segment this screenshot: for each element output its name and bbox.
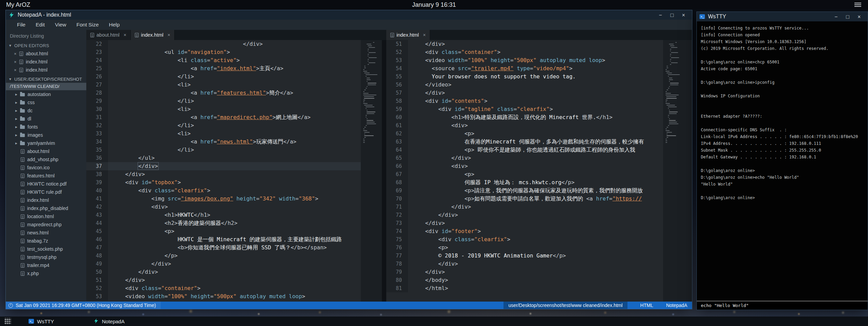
tree-file[interactable]: testmysql.php [6, 253, 86, 261]
minimize-button[interactable]: − [830, 12, 842, 21]
code-text[interactable]: </div> [408, 260, 663, 268]
minimap-right[interactable] [663, 40, 692, 302]
code-line-38[interactable]: 38 </div> [86, 170, 361, 178]
code-line-29[interactable]: 29 </li> [86, 97, 361, 105]
menu-file[interactable]: File [12, 20, 31, 30]
code-line-37[interactable]: 37 </div> [86, 162, 361, 170]
code-line-34[interactable]: 34 <a href="news.html">玩家傳送門</a> [86, 138, 361, 146]
code-text[interactable]: <h1>特別為建築及鐵路而設，現代化的 Minecraft 世界.</h1> [408, 113, 663, 121]
code-line-53[interactable]: 53 <video width="100%" height="500px" au… [386, 56, 663, 64]
code-line-74[interactable]: 74 <div id="footer"> [386, 227, 663, 235]
tree-file[interactable]: index.php_disabled [6, 204, 86, 212]
menu-font-size[interactable]: Font Size [71, 20, 104, 30]
code-line-32[interactable]: 32 </li> [86, 121, 361, 130]
code-line-60[interactable]: 60 <h1>特別為建築及鐵路而設，現代化的 Minecraft 世界.</h1… [386, 113, 663, 121]
maximize-button[interactable]: □ [666, 11, 678, 20]
code-line-56[interactable]: 56 </video> [386, 81, 663, 89]
code-text[interactable]: <a href="features.html">簡介</a> [108, 89, 361, 97]
taskbar-app-notepada[interactable]: NotepadA [90, 317, 128, 326]
tree-folder[interactable]: ▸dc [6, 107, 86, 115]
code-text[interactable]: </li> [108, 97, 361, 105]
editor-pane-left[interactable]: 22 </div>23 <ul id="navigation">24 <li c… [86, 40, 361, 302]
code-line-65[interactable]: 65 </div> [386, 154, 663, 162]
tab-index.html[interactable]: index.html× [131, 30, 175, 40]
code-line-43[interactable]: 43 <h1>HKWTC</h1> [86, 211, 361, 219]
terminal-output[interactable]: [info] Conencting to arozos WsTTY servic… [697, 21, 868, 301]
code-line-51[interactable]: 51 </div> [386, 40, 663, 48]
system-brand[interactable]: My ArOZ [6, 1, 30, 8]
code-line-36[interactable]: 36 </ul> [86, 154, 361, 162]
tab-index.html[interactable]: index.html× [386, 30, 430, 40]
code-line-66[interactable]: 66 <div> [386, 162, 663, 170]
code-text[interactable]: </div> [108, 268, 361, 276]
code-text[interactable]: </div> [108, 40, 361, 48]
code-line-70[interactable]: 70 <p>如有問題或需要申請白名單，歡迎加入我們的 <a href="http… [386, 195, 663, 203]
code-text[interactable]: </ul> [108, 154, 361, 162]
code-text[interactable]: <li> [108, 81, 361, 89]
code-line-22[interactable]: 22 </div> [86, 40, 361, 48]
code-text[interactable]: </video> [408, 81, 663, 89]
code-line-41[interactable]: 41 <img src="images/box.png" height="342… [86, 195, 361, 203]
code-line-28[interactable]: 28 <a href="features.html">簡介</a> [86, 89, 361, 97]
code-text[interactable]: </div> [408, 211, 663, 219]
code-text[interactable]: <p> [408, 244, 663, 252]
code-text[interactable]: <li> [108, 130, 361, 138]
code-text[interactable]: </body> [408, 276, 663, 284]
notepada-titlebar[interactable]: NotepadA - index.html − □ × [6, 10, 692, 20]
code-text[interactable]: <img src="images/box.png" height="342" w… [108, 195, 361, 203]
start-menu-icon[interactable] [4, 318, 11, 325]
tree-folder[interactable]: ▸yamlyamlvim [6, 139, 86, 147]
code-text[interactable]: <div id="contents"> [408, 97, 663, 105]
menu-help[interactable]: Help [104, 20, 125, 30]
tab-about.html[interactable]: about.html× [86, 30, 131, 40]
tree-file[interactable]: favicon.ico [6, 164, 86, 172]
tree-file[interactable]: HKWTC notice.pdf [6, 180, 86, 188]
code-text[interactable]: </div> [408, 154, 663, 162]
tree-folder[interactable]: ▸autostation [6, 90, 86, 98]
tree-file[interactable]: HKWTC rule.pdf [6, 188, 86, 196]
taskbar-app-wstty[interactable]: >_WsTTY [25, 317, 57, 326]
code-line-64[interactable]: 64 <p> 即使你不是建築師，你也能透過紅石師或鐵路工程師的身份加入我 [386, 146, 663, 154]
code-line-58[interactable]: 58 <div id="contents"> [386, 97, 663, 105]
code-text[interactable]: <video width="100%" height="500px" autop… [408, 56, 663, 64]
code-text[interactable]: <div> [408, 121, 663, 130]
code-text[interactable]: Your browser does not support the video … [408, 73, 663, 81]
code-line-33[interactable]: 33 <li> [86, 130, 361, 138]
tree-file[interactable]: location.html [6, 212, 86, 220]
code-line-72[interactable]: 72 </div> [386, 211, 663, 219]
minimap-left[interactable] [361, 40, 382, 302]
code-text[interactable]: HKWTC 是一個 Minecraft 的建築伺服器，主要建築計劃包括鐵路 [108, 235, 361, 244]
code-line-42[interactable]: 42 <div> [86, 203, 361, 211]
menu-view[interactable]: View [50, 20, 71, 30]
code-text[interactable]: <b>你知道我們全球伺服器已轉用 SSD 了嗎？</b></span> [108, 244, 361, 252]
tab-close-icon[interactable]: × [423, 32, 426, 38]
code-text[interactable]: </div> [408, 89, 663, 97]
tree-folder[interactable]: ▸fonts [6, 123, 86, 131]
code-line-57[interactable]: 57 </div> [386, 89, 663, 97]
code-text[interactable]: <div> [108, 203, 361, 211]
maximize-button[interactable]: □ [842, 12, 853, 21]
code-text[interactable]: </div> [408, 219, 663, 227]
open-editor-item[interactable]: ×index.html [6, 58, 86, 66]
code-text[interactable]: <a href="news.html">玩家傳送門</a> [108, 138, 361, 146]
tree-file[interactable]: mapredirect.php [6, 220, 86, 229]
tree-file[interactable]: add_vhost.php [6, 155, 86, 164]
editor-pane-right[interactable]: 51 </div>52 <div class="container">53 <v… [386, 40, 663, 302]
code-line-61[interactable]: 61 <div> [386, 121, 663, 130]
code-line-50[interactable]: 50 </div> [86, 268, 361, 276]
code-line-27[interactable]: 27 <li> [86, 81, 361, 89]
code-line-67[interactable]: 67 <p> [386, 170, 663, 178]
code-text[interactable]: </div> [108, 260, 361, 268]
split-divider[interactable] [382, 40, 386, 302]
code-line-45[interactable]: 45 <p> [86, 227, 361, 235]
code-line-80[interactable]: 80 </body> [386, 276, 663, 284]
code-line-35[interactable]: 35 </li> [86, 146, 361, 154]
code-text[interactable]: <li> [108, 105, 361, 113]
tree-folder[interactable]: ▸images [6, 131, 86, 139]
tree-root-header[interactable]: ▾ USER:/DESKTOP/SCREENSHOT /TEST/WWW CLE… [6, 75, 86, 90]
tree-file[interactable]: x.php [6, 269, 86, 277]
code-text[interactable]: <div> [408, 162, 663, 170]
close-editor-icon[interactable]: × [14, 59, 19, 64]
tree-folder[interactable]: ▸dl [6, 115, 86, 123]
code-line-62[interactable]: 62 <p> [386, 130, 663, 138]
